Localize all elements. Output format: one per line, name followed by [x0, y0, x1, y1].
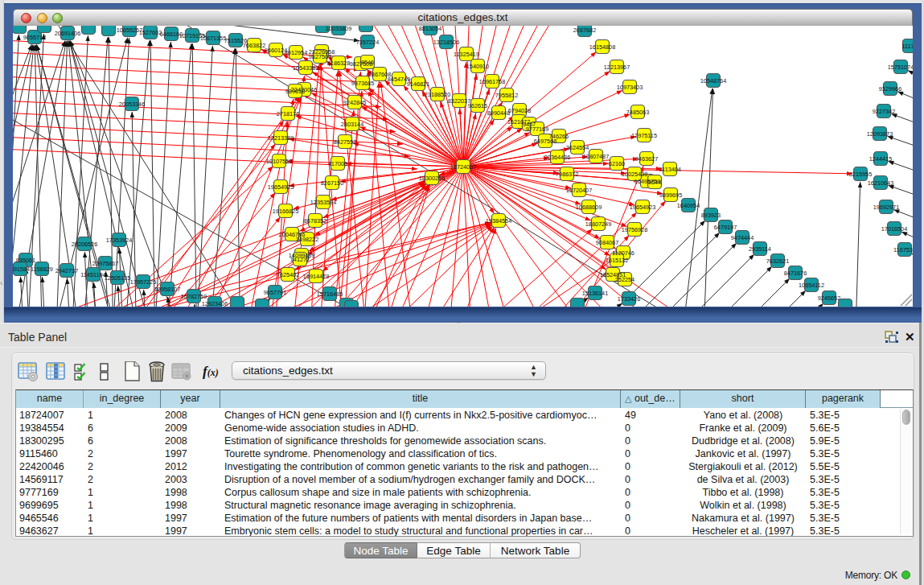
svg-text:1527602: 1527602 — [139, 29, 162, 36]
svg-text:9227342: 9227342 — [873, 108, 895, 115]
svg-text:16961758: 16961758 — [479, 78, 505, 85]
svg-text:12975115: 12975115 — [631, 132, 657, 139]
svg-text:9899695: 9899695 — [659, 192, 682, 199]
svg-text:17353924: 17353924 — [106, 237, 132, 244]
svg-text:9463627: 9463627 — [635, 155, 658, 163]
svg-text:17016504: 17016504 — [881, 225, 907, 233]
svg-text:3113404: 3113404 — [659, 166, 681, 173]
svg-text:10107553: 10107553 — [266, 158, 292, 165]
svg-text:10548764: 10548764 — [700, 77, 726, 84]
svg-text:10671355: 10671355 — [200, 35, 226, 42]
svg-text:15136141: 15136141 — [582, 290, 608, 297]
svg-text:19654923: 19654923 — [630, 204, 655, 211]
svg-text:18300295: 18300295 — [419, 175, 445, 182]
svg-text:6479197: 6479197 — [714, 224, 737, 231]
svg-text:9544: 9544 — [648, 179, 661, 186]
svg-text:20053346: 20053346 — [119, 101, 145, 108]
svg-text:7955812: 7955812 — [495, 92, 518, 99]
svg-text:8813054: 8813054 — [419, 26, 441, 32]
svg-text:9245652: 9245652 — [818, 295, 840, 302]
svg-text:16914479: 16914479 — [303, 273, 329, 280]
svg-text:20975867: 20975867 — [92, 260, 118, 267]
svg-text:16154808: 16154808 — [589, 43, 615, 51]
svg-text:20691406: 20691406 — [55, 30, 80, 37]
svg-text:7632621: 7632621 — [766, 257, 789, 265]
svg-text:8427552: 8427552 — [334, 138, 356, 146]
svg-text:6497568: 6497568 — [534, 138, 556, 145]
svg-text:11451194: 11451194 — [80, 271, 105, 278]
svg-text:20364436: 20364436 — [544, 154, 570, 161]
svg-text:19654925: 19654925 — [268, 183, 294, 191]
svg-text:7663822: 7663822 — [243, 42, 265, 49]
svg-text:10807487: 10807487 — [583, 153, 609, 160]
svg-text:2803144: 2803144 — [341, 121, 363, 128]
svg-text:10958107: 10958107 — [154, 286, 180, 293]
svg-text:10025438: 10025438 — [622, 171, 647, 178]
svg-text:19756928: 19756928 — [622, 226, 647, 233]
svg-text:7625402: 7625402 — [277, 271, 299, 278]
svg-text:12353594: 12353594 — [310, 199, 336, 206]
svg-text:9242845: 9242845 — [343, 99, 366, 106]
svg-text:1156829: 1156829 — [31, 266, 53, 273]
svg-text:10654112: 10654112 — [799, 282, 824, 289]
svg-text:16782759: 16782759 — [181, 293, 207, 300]
svg-text:19384554: 19384554 — [486, 217, 511, 225]
svg-text:8471676: 8471676 — [784, 270, 807, 277]
svg-text:8267150: 8267150 — [321, 179, 343, 187]
svg-text:1733426: 1733426 — [618, 295, 640, 303]
svg-text:1244415: 1244415 — [869, 155, 892, 163]
svg-text:7485063: 7485063 — [626, 109, 649, 116]
svg-text:18724007: 18724007 — [450, 163, 476, 171]
svg-text:1615132: 1615132 — [606, 257, 628, 264]
svg-text:252254: 252254 — [615, 276, 634, 283]
svg-text:3624554: 3624554 — [566, 144, 589, 151]
svg-text:893923: 893923 — [701, 212, 721, 219]
svg-text:1167533: 1167533 — [893, 246, 913, 253]
svg-text:8678352: 8678352 — [304, 217, 326, 225]
svg-text:9329966: 9329966 — [879, 85, 901, 93]
svg-text:10033809: 10033809 — [326, 26, 351, 32]
svg-text:2718176: 2718176 — [277, 110, 299, 117]
svg-text:18807249: 18807249 — [585, 220, 611, 228]
svg-text:417006: 417006 — [328, 160, 347, 167]
svg-text:3498222: 3498222 — [296, 236, 318, 243]
svg-text:1540910: 1540910 — [466, 63, 489, 70]
svg-text:1120746: 1120746 — [612, 249, 634, 257]
svg-text:17957225: 17957225 — [130, 278, 156, 286]
svg-text:2935114: 2935114 — [749, 245, 771, 253]
svg-text:8186328: 8186328 — [327, 60, 350, 67]
svg-text:9777169: 9777169 — [526, 126, 548, 133]
svg-text:9657791: 9657791 — [264, 289, 286, 296]
svg-text:10543382: 10543382 — [293, 64, 318, 72]
svg-text:10688609: 10688609 — [576, 204, 602, 211]
svg-text:9146821: 9146821 — [407, 80, 429, 88]
svg-text:19692971: 19692971 — [873, 204, 899, 211]
svg-text:11325419: 11325419 — [454, 51, 479, 58]
svg-text:7986372: 7986372 — [556, 171, 578, 178]
svg-text:19166825: 19166825 — [273, 208, 298, 215]
svg-text:8990448: 8990448 — [487, 109, 510, 117]
svg-text:15716485: 15716485 — [317, 290, 343, 298]
svg-text:62160: 62160 — [609, 160, 625, 167]
svg-text:9055712: 9055712 — [23, 34, 46, 41]
svg-text:12093873: 12093873 — [867, 130, 893, 138]
svg-text:13218506: 13218506 — [433, 39, 459, 46]
svg-text:9546: 9546 — [361, 59, 374, 66]
svg-text:8215955: 8215955 — [849, 171, 872, 178]
svg-text:12213967: 12213967 — [604, 64, 630, 71]
svg-text:9474444: 9474444 — [731, 234, 754, 241]
svg-text:20206526: 20206526 — [72, 241, 97, 248]
svg-text:2942737: 2942737 — [55, 267, 78, 274]
svg-text:9373685: 9373685 — [351, 80, 374, 87]
svg-text:1640954: 1640954 — [677, 202, 700, 209]
svg-text:141277: 141277 — [290, 256, 310, 263]
svg-text:8912954: 8912954 — [285, 49, 307, 56]
svg-text:6794028: 6794028 — [508, 107, 531, 114]
svg-text:12923406: 12923406 — [202, 300, 228, 307]
svg-text:11172: 11172 — [901, 43, 913, 50]
svg-text:989618: 989618 — [285, 88, 305, 95]
svg-text:12505135: 12505135 — [105, 274, 130, 282]
svg-text:962615: 962615 — [468, 102, 487, 109]
svg-text:12213389: 12213389 — [268, 134, 294, 142]
svg-text:9084067: 9084067 — [596, 239, 618, 246]
